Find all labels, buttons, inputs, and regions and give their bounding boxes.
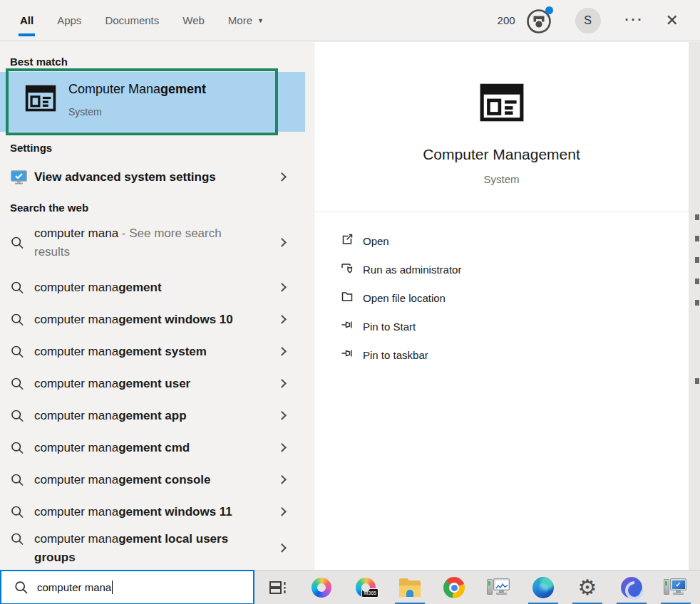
tab-more-label: More xyxy=(228,14,252,26)
copilot-button[interactable] xyxy=(304,571,339,604)
task-view-icon xyxy=(268,578,288,598)
chevron-right-icon[interactable] xyxy=(277,283,287,292)
search-icon xyxy=(11,378,24,391)
rewards-medal-icon[interactable] xyxy=(524,6,554,36)
action-pin-to-taskbar[interactable]: Pin to taskbar xyxy=(314,340,689,369)
web-suggestion[interactable]: computer management windows 10 xyxy=(0,304,305,335)
best-match-subtitle: System xyxy=(68,106,102,118)
close-icon[interactable] xyxy=(666,13,679,28)
search-icon xyxy=(11,236,24,250)
notification-dot xyxy=(545,6,553,14)
results-list: Best match Computer Management System Se… xyxy=(0,42,314,570)
web-suggestion[interactable]: computer management console xyxy=(0,464,305,496)
search-icon xyxy=(11,506,24,519)
chevron-right-icon[interactable] xyxy=(277,347,287,356)
web-suggestion-label: computer management windows 10 xyxy=(34,311,233,329)
action-pin-to-start[interactable]: Pin to Start xyxy=(314,312,689,340)
best-match-title[interactable]: Computer Management xyxy=(68,82,206,97)
web-suggestion-see-more[interactable]: computer mana - See more search results xyxy=(0,222,305,264)
file-explorer-button[interactable] xyxy=(393,571,427,604)
web-suggestion[interactable]: computer management windows 11 xyxy=(0,496,305,528)
web-suggestion-label: computer management app xyxy=(34,407,187,425)
web-suggestion-label: computer management cmd xyxy=(34,439,190,457)
settings-button[interactable] xyxy=(570,571,604,604)
chevron-right-icon[interactable] xyxy=(277,172,287,182)
ring-app-icon xyxy=(621,577,642,598)
divider xyxy=(314,212,689,212)
chrome-icon xyxy=(443,577,465,598)
gear-icon xyxy=(578,577,597,598)
action-open-file-location[interactable]: Open file location xyxy=(314,283,689,312)
taskbar: computer mana M365 xyxy=(0,570,700,604)
copilot-icon xyxy=(312,578,331,598)
action-run-as-administrator[interactable]: Run as administrator xyxy=(314,255,689,283)
web-suggestion[interactable]: computer management cmd xyxy=(0,432,305,464)
computer-management-icon xyxy=(24,82,57,118)
chevron-right-icon[interactable] xyxy=(277,475,287,484)
more-options-icon[interactable] xyxy=(625,13,644,28)
search-icon xyxy=(14,580,29,595)
search-icon xyxy=(11,313,24,327)
chevron-right-icon[interactable] xyxy=(277,315,287,324)
query-part: computer mana xyxy=(34,226,118,240)
best-match-header: Best match xyxy=(10,56,68,68)
m365-badge: M365 xyxy=(361,588,379,598)
edge-icon xyxy=(532,577,554,598)
search-icon xyxy=(11,345,24,359)
system-properties-icon xyxy=(11,170,27,184)
tab-documents[interactable]: Documents xyxy=(105,0,159,41)
web-suggestion[interactable]: computer management system xyxy=(0,336,305,368)
web-suggestion-label: computer management user xyxy=(34,375,190,393)
copilot-m365-icon: M365 xyxy=(356,578,376,598)
edge-button[interactable] xyxy=(526,571,560,604)
search-input-value: computer mana xyxy=(37,581,111,593)
chevron-right-icon[interactable] xyxy=(277,443,287,452)
web-suggestion-label: computer management windows 11 xyxy=(34,503,232,521)
title-bold-part: gement xyxy=(160,82,206,96)
pc-check-button[interactable]: ✓ xyxy=(659,571,693,604)
search-icon xyxy=(11,410,24,423)
tab-documents-label: Documents xyxy=(105,14,159,26)
web-suggestion[interactable]: computer management user xyxy=(0,368,305,400)
result-preview-panel: Computer Management System Open Run as a… xyxy=(314,42,689,570)
chevron-right-icon[interactable] xyxy=(277,238,287,247)
action-label: Open xyxy=(363,235,389,247)
task-view-button[interactable] xyxy=(261,571,295,604)
web-suggestion[interactable]: computer management app xyxy=(0,400,305,432)
search-icon xyxy=(11,533,24,546)
chevron-right-icon[interactable] xyxy=(277,411,287,420)
copilot-m365-button[interactable]: M365 xyxy=(349,571,383,604)
web-suggestion[interactable]: computer management local users groups xyxy=(0,528,305,569)
web-suggestion-label: computer management local users groups xyxy=(34,530,237,567)
search-input[interactable]: computer mana xyxy=(0,570,254,604)
computer-management-icon xyxy=(478,79,525,129)
chrome-button[interactable] xyxy=(437,571,471,604)
chevron-right-icon[interactable] xyxy=(277,507,287,516)
preview-title: Computer Management xyxy=(314,146,689,163)
action-label: Run as administrator xyxy=(363,264,461,276)
search-results-area: Best match Computer Management System Se… xyxy=(0,42,700,570)
folder-icon xyxy=(341,290,354,306)
ring-app-button[interactable] xyxy=(614,571,649,604)
task-manager-icon xyxy=(487,577,511,598)
web-suggestion[interactable]: computer management xyxy=(0,272,305,303)
chevron-right-icon[interactable] xyxy=(277,379,287,388)
web-suggestion-label: computer management console xyxy=(34,471,211,489)
preview-subtitle: System xyxy=(314,173,689,185)
chevron-right-icon[interactable] xyxy=(277,543,287,553)
rewards-points: 200 xyxy=(498,14,515,26)
search-icon xyxy=(11,474,24,487)
tab-more[interactable]: More xyxy=(228,0,264,41)
pc-check-icon: ✓ xyxy=(664,577,688,598)
tab-apps[interactable]: Apps xyxy=(57,0,81,41)
open-icon xyxy=(341,233,354,249)
settings-result-advanced-system[interactable]: View advanced system settings xyxy=(0,162,305,193)
tab-web[interactable]: Web xyxy=(182,0,205,41)
web-suggestion-label: computer management system xyxy=(34,343,207,361)
user-avatar[interactable]: S xyxy=(575,8,601,33)
task-manager-button[interactable] xyxy=(482,571,516,604)
web-suggestion-label: computer management xyxy=(34,278,162,297)
tab-all[interactable]: All xyxy=(20,0,34,41)
action-open[interactable]: Open xyxy=(314,226,689,255)
settings-result-label: View advanced system settings xyxy=(34,168,216,187)
